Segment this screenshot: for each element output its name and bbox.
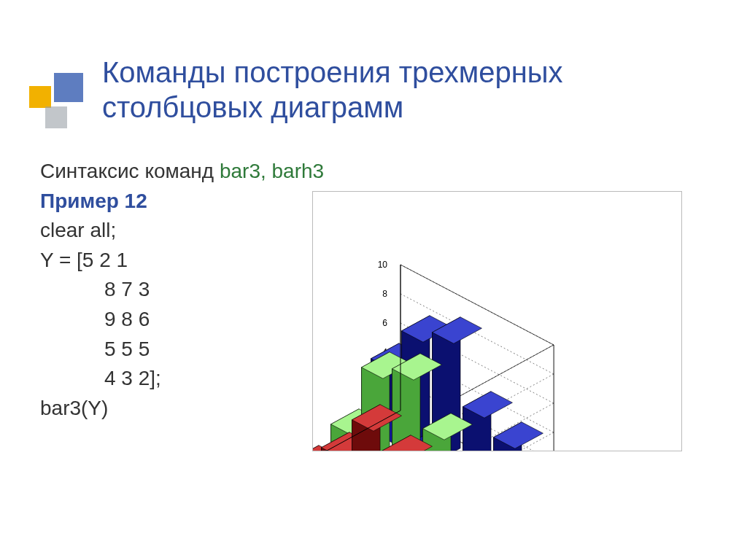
example-label: Пример 12: [40, 187, 347, 217]
code-line: 5 5 5: [40, 335, 347, 365]
svg-text:10: 10: [378, 260, 388, 270]
syntax-prefix: Синтаксис команд: [40, 160, 220, 182]
code-line: 8 7 3: [40, 275, 347, 305]
slide-body: Синтаксис команд bar3, barh3 Пример 12 c…: [40, 157, 347, 423]
code-line: bar3(Y): [40, 394, 347, 424]
deco-square-gray: [45, 106, 67, 128]
title-decoration: [29, 73, 88, 146]
code-line: 4 3 2];: [40, 364, 347, 394]
bar3-chart: 024681012345123: [312, 191, 682, 451]
code-line: Y = [5 2 1: [40, 246, 347, 276]
code-line: clear all;: [40, 216, 347, 246]
deco-square-yellow: [29, 86, 51, 108]
slide-title: Команды построения трехмерных столбцовых…: [102, 55, 700, 125]
deco-square-blue: [54, 73, 83, 102]
syntax-commands: bar3, barh3: [220, 160, 324, 182]
svg-text:8: 8: [382, 289, 387, 299]
code-line: 9 8 6: [40, 305, 347, 335]
svg-text:6: 6: [382, 318, 387, 328]
